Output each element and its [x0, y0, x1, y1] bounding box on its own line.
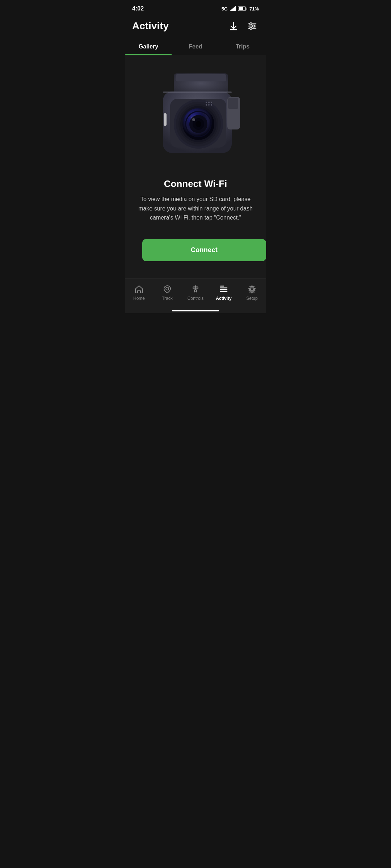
track-icon — [163, 285, 172, 294]
svg-point-25 — [191, 117, 193, 119]
svg-point-31 — [211, 104, 212, 106]
connect-button[interactable]: Connect — [142, 239, 266, 261]
nav-item-activity[interactable]: Activity — [210, 282, 238, 303]
filter-button[interactable] — [246, 20, 259, 33]
svg-point-27 — [208, 102, 210, 103]
home-icon — [134, 285, 144, 294]
svg-point-24 — [192, 118, 195, 121]
status-time: 4:02 — [132, 5, 144, 12]
svg-point-44 — [251, 288, 253, 291]
camera-illustration — [145, 66, 246, 167]
svg-point-28 — [211, 102, 212, 103]
nav-label-setup: Setup — [246, 296, 257, 301]
nav-item-home[interactable]: Home — [125, 282, 153, 303]
svg-point-6 — [250, 27, 252, 29]
svg-point-33 — [166, 287, 169, 290]
svg-marker-0 — [230, 6, 236, 11]
controls-icon — [191, 285, 200, 294]
tab-trips[interactable]: Trips — [219, 38, 266, 55]
signal-icon — [230, 6, 236, 12]
header: Activity — [125, 16, 266, 38]
nav-item-track[interactable]: Track — [153, 282, 181, 303]
network-label: 5G — [222, 6, 228, 12]
connect-description: To view the media on your SD card, pleas… — [136, 195, 255, 222]
page-title: Activity — [132, 20, 169, 32]
svg-point-29 — [206, 104, 207, 106]
nav-item-controls[interactable]: Controls — [181, 282, 210, 303]
nav-label-activity: Activity — [216, 296, 231, 301]
tabs-bar: Gallery Feed Trips — [125, 38, 266, 55]
status-icons: 5G 71% — [222, 6, 259, 12]
connect-section: Connect Wi-Fi To view the media on your … — [125, 175, 266, 233]
battery-percent: 71% — [249, 6, 259, 12]
bottom-indicator — [125, 310, 266, 313]
svg-rect-12 — [164, 113, 167, 126]
battery-icon — [238, 7, 247, 11]
activity-icon — [219, 285, 228, 294]
filter-icon — [247, 21, 257, 31]
nav-label-controls: Controls — [188, 296, 204, 301]
svg-point-30 — [208, 104, 210, 106]
status-bar: 4:02 5G 71% — [125, 0, 266, 16]
download-icon — [228, 21, 239, 31]
header-actions — [227, 20, 259, 33]
connect-title: Connect Wi-Fi — [164, 178, 227, 190]
camera-container — [125, 55, 266, 175]
svg-point-5 — [253, 25, 255, 27]
nav-item-setup[interactable]: Setup — [238, 282, 266, 303]
nav-label-track: Track — [162, 296, 173, 301]
svg-rect-32 — [163, 92, 232, 93]
svg-point-26 — [206, 102, 207, 103]
svg-rect-8 — [176, 74, 226, 81]
connect-button-wrapper: Connect — [134, 235, 257, 261]
svg-rect-11 — [228, 98, 238, 109]
setup-icon — [247, 285, 257, 294]
download-button[interactable] — [227, 20, 240, 33]
tab-feed[interactable]: Feed — [172, 38, 219, 55]
tab-gallery[interactable]: Gallery — [125, 38, 172, 55]
main-content: Connect Wi-Fi To view the media on your … — [125, 55, 266, 278]
svg-point-23 — [196, 121, 201, 127]
nav-label-home: Home — [133, 296, 145, 301]
svg-point-4 — [250, 23, 252, 25]
bottom-nav: Home Track Controls Activity — [125, 278, 266, 310]
